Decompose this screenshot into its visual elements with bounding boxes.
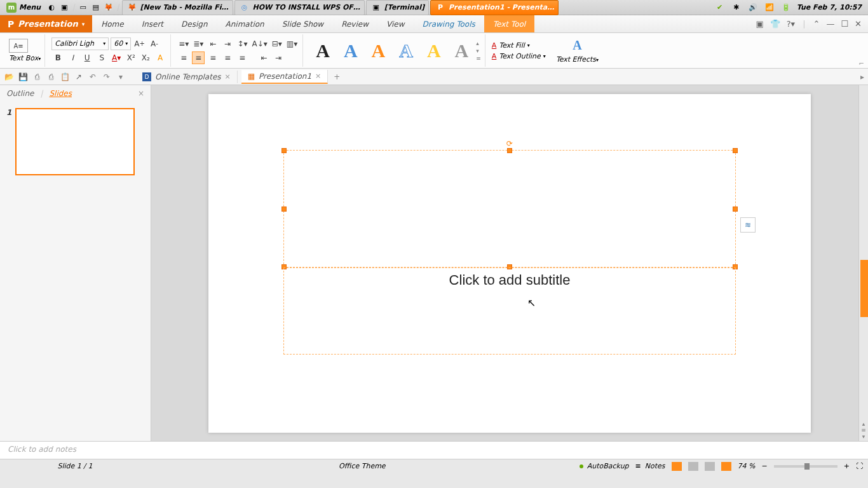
paste-icon[interactable]: 📋 — [60, 72, 70, 82]
rotate-handle-icon[interactable]: ⟳ — [506, 139, 513, 148]
qa-dropdown-icon[interactable]: ▾ — [116, 72, 126, 82]
underline-button[interactable]: U — [81, 51, 93, 64]
grow-font-icon[interactable]: A+ — [133, 37, 146, 50]
textbox-label[interactable]: Text Box▾ — [9, 54, 41, 62]
taskbar-item-chromium[interactable]: ◎ HOW TO INSTALL WPS OF… — [234, 0, 365, 15]
increase-indent-button[interactable]: ⇥ — [221, 37, 234, 50]
help-icon[interactable]: ?▾ — [787, 19, 795, 29]
wordart-style-2[interactable]: A — [337, 40, 364, 62]
wordart-style-6[interactable]: A — [449, 40, 475, 62]
wordart-style-3[interactable]: A — [365, 40, 392, 62]
zoom-slider[interactable] — [774, 465, 837, 468]
superscript-button[interactable]: X² — [125, 51, 137, 64]
justify-button[interactable]: ≡ — [221, 51, 234, 64]
taskbar-item-firefox[interactable]: 🦊 [New Tab - Mozilla Fi… — [122, 0, 233, 15]
normal-view-button[interactable] — [672, 462, 682, 471]
shrink-font-icon[interactable]: A- — [148, 37, 161, 50]
ribbon-expand-icon[interactable]: ⌐ — [859, 60, 864, 67]
clock[interactable]: Tue Feb 7, 10:57 — [797, 3, 862, 11]
terminal-launcher-icon[interactable]: ▣ — [58, 2, 70, 13]
decrease-indent-button[interactable]: ⇤ — [207, 37, 219, 50]
slideshow-view-button[interactable] — [721, 462, 731, 471]
font-name-select[interactable]: Calibri Ligh▾ — [51, 37, 109, 50]
font-color-button[interactable]: A▾ — [110, 51, 123, 64]
system-menu-button[interactable]: m Menu — [3, 1, 44, 14]
indent-left-button[interactable]: ⇤ — [257, 51, 270, 64]
align-text-button[interactable]: ⊟▾ — [271, 37, 283, 50]
tab-review[interactable]: Review — [332, 15, 377, 32]
align-left-button[interactable]: ≡ — [177, 51, 190, 64]
subscript-button[interactable]: X₂ — [139, 51, 152, 64]
zoom-value[interactable]: 74 % — [738, 462, 756, 470]
tab-animation[interactable]: Animation — [217, 15, 273, 32]
wordart-style-1[interactable]: A — [309, 40, 336, 62]
textbox-icon[interactable]: A≡ — [9, 39, 28, 53]
battery-icon[interactable]: 🔋 — [780, 2, 792, 13]
panel-close-icon[interactable]: × — [138, 89, 144, 98]
zoom-in-button[interactable]: + — [844, 462, 850, 470]
print-preview-icon[interactable]: ⎙ — [46, 72, 56, 82]
resize-handle[interactable] — [733, 148, 738, 153]
tab-list-icon[interactable]: ▸ — [860, 72, 864, 81]
font-size-select[interactable]: 60▾ — [111, 37, 131, 50]
close-icon[interactable]: × — [315, 72, 321, 80]
show-desktop-icon[interactable]: ▭ — [78, 2, 89, 13]
slides-tab[interactable]: Slides — [49, 89, 72, 98]
strikethrough-button[interactable]: S — [95, 51, 108, 64]
distributed-button[interactable]: ≡ — [236, 51, 248, 64]
maximize-button[interactable]: ☐ — [841, 19, 848, 29]
tshirt-icon[interactable]: 👕 — [770, 19, 780, 29]
wordart-style-4[interactable]: A — [393, 40, 419, 62]
resize-handle[interactable] — [733, 207, 738, 212]
text-outline-button[interactable]: A Text Outline▾ — [492, 52, 546, 60]
layer-icon[interactable]: ≋ — [740, 217, 756, 233]
tab-insert[interactable]: Insert — [133, 15, 172, 32]
bluetooth-icon[interactable]: ✱ — [731, 2, 742, 13]
launcher-icon[interactable]: ◐ — [46, 2, 57, 13]
redo-icon[interactable]: ↷ — [102, 72, 112, 82]
gallery-down-icon[interactable]: ▾ — [476, 48, 481, 54]
wordart-style-5[interactable]: A — [421, 40, 447, 62]
fit-button[interactable]: ⛶ — [856, 462, 863, 470]
zoom-out-button[interactable]: − — [762, 462, 768, 470]
text-direction-button[interactable]: A↓▾ — [250, 37, 268, 50]
bullets-button[interactable]: ≡▾ — [177, 37, 190, 50]
notes-toggle[interactable]: ≡Notes — [635, 462, 665, 470]
new-tab-icon[interactable]: + — [332, 72, 342, 82]
indent-right-button[interactable]: ⇥ — [272, 51, 285, 64]
text-effects-button[interactable]: A Text Effects▾ — [552, 34, 602, 67]
network-icon[interactable]: 📶 — [764, 2, 775, 13]
scrollbar-thumb[interactable] — [860, 260, 868, 317]
italic-button[interactable]: I — [66, 51, 79, 64]
close-icon[interactable]: × — [225, 72, 231, 81]
close-button[interactable]: ✕ — [855, 19, 862, 29]
canvas-area[interactable]: ⟳ ↖ ≋ Click to add subtitle ▴≡▾ — [151, 85, 868, 441]
subtitle-placeholder[interactable]: Click to add subtitle — [283, 268, 736, 355]
tab-drawing-tools[interactable]: Drawing Tools — [414, 15, 484, 32]
text-fill-button[interactable]: A Text Fill▾ — [492, 41, 546, 50]
sorter-view-button[interactable] — [688, 462, 698, 471]
tab-slideshow[interactable]: Slide Show — [273, 15, 332, 32]
align-right-button[interactable]: ≡ — [207, 51, 219, 64]
volume-icon[interactable]: 🔊 — [747, 2, 759, 13]
tab-text-tool[interactable]: Text Tool — [484, 15, 534, 32]
doc-tab-templates[interactable]: D Online Templates × — [136, 71, 238, 83]
line-spacing-button[interactable]: ↕▾ — [236, 37, 248, 50]
autobackup-indicator[interactable]: AutoBackup — [580, 462, 629, 470]
taskbar-item-wps[interactable]: P Presentation1 - Presenta… — [430, 0, 559, 15]
numbering-button[interactable]: ≣▾ — [192, 37, 205, 50]
columns-button[interactable]: ▥▾ — [285, 37, 299, 50]
app-brand[interactable]: P Presentation ▾ — [0, 15, 92, 32]
taskbar-item-terminal[interactable]: ▣ [Terminal] — [366, 0, 429, 15]
tab-design[interactable]: Design — [172, 15, 216, 32]
print-icon[interactable]: ⎙ — [32, 72, 42, 82]
tab-home[interactable]: Home — [92, 15, 132, 32]
gallery-up-icon[interactable]: ▴ — [476, 40, 481, 46]
undo-icon[interactable]: ↶ — [88, 72, 98, 82]
slide-canvas[interactable]: ⟳ ↖ ≋ Click to add subtitle — [208, 94, 811, 433]
slide-nav-icons[interactable]: ▴≡▾ — [859, 421, 868, 440]
resize-handle[interactable] — [507, 148, 512, 153]
format-painter-icon[interactable]: ↗ — [74, 72, 84, 82]
gallery-more-icon[interactable]: ≡ — [476, 55, 481, 62]
save-icon[interactable]: 💾 — [18, 72, 28, 82]
